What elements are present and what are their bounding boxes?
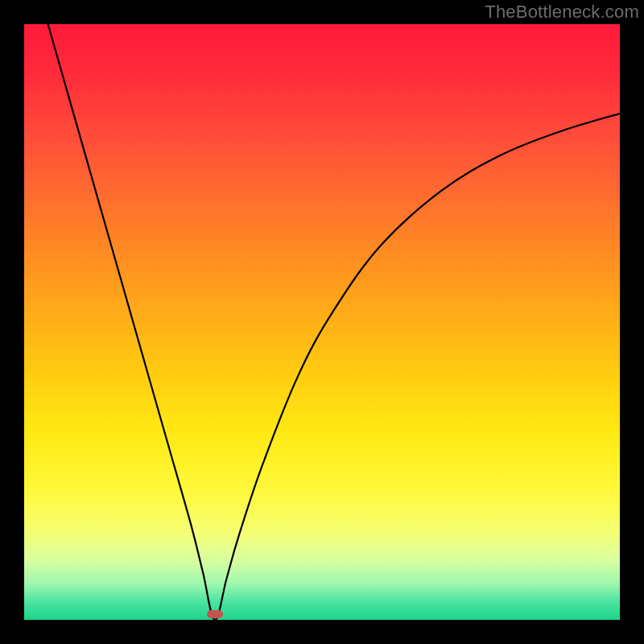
chart-frame: TheBottleneck.com bbox=[0, 0, 644, 644]
curve-svg bbox=[24, 24, 620, 620]
curve-path bbox=[48, 24, 620, 620]
plot-area bbox=[24, 24, 620, 620]
watermark-text: TheBottleneck.com bbox=[485, 2, 639, 23]
min-marker bbox=[207, 610, 223, 618]
